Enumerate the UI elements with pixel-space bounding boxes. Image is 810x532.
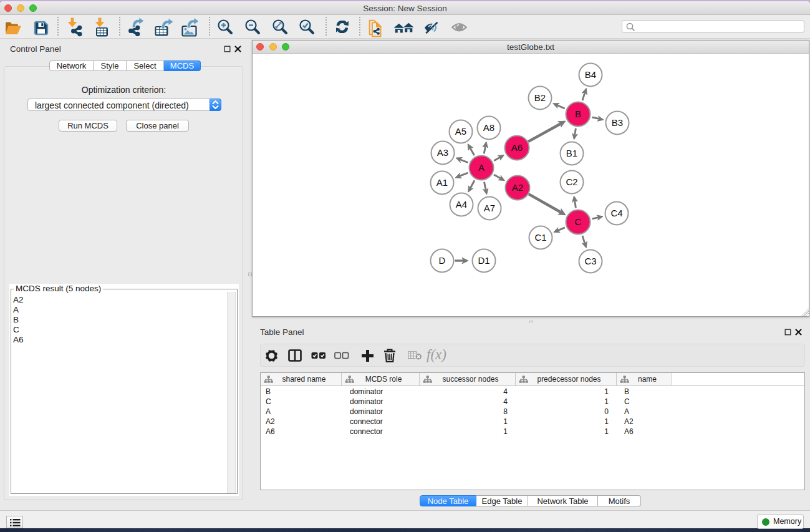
svg-text:A: A xyxy=(478,162,485,173)
svg-text:D1: D1 xyxy=(478,255,489,266)
svg-text:A1: A1 xyxy=(436,177,448,188)
svg-text:B3: B3 xyxy=(612,117,623,128)
svg-text:D: D xyxy=(439,255,446,266)
svg-text:C2: C2 xyxy=(566,177,577,187)
svg-text:C4: C4 xyxy=(610,208,622,218)
svg-text:C1: C1 xyxy=(534,232,546,243)
svg-text:B2: B2 xyxy=(534,92,546,103)
svg-text:A2: A2 xyxy=(512,182,523,193)
svg-text:C: C xyxy=(575,216,582,227)
svg-text:B4: B4 xyxy=(585,69,596,80)
svg-text:A8: A8 xyxy=(483,122,494,133)
svg-text:C3: C3 xyxy=(584,256,596,266)
svg-text:A4: A4 xyxy=(456,199,467,210)
svg-text:A5: A5 xyxy=(455,126,466,137)
svg-text:A7: A7 xyxy=(484,203,495,213)
svg-text:A6: A6 xyxy=(511,142,523,153)
svg-text:B: B xyxy=(575,109,581,119)
svg-text:A3: A3 xyxy=(437,147,448,158)
svg-text:B1: B1 xyxy=(566,148,577,158)
